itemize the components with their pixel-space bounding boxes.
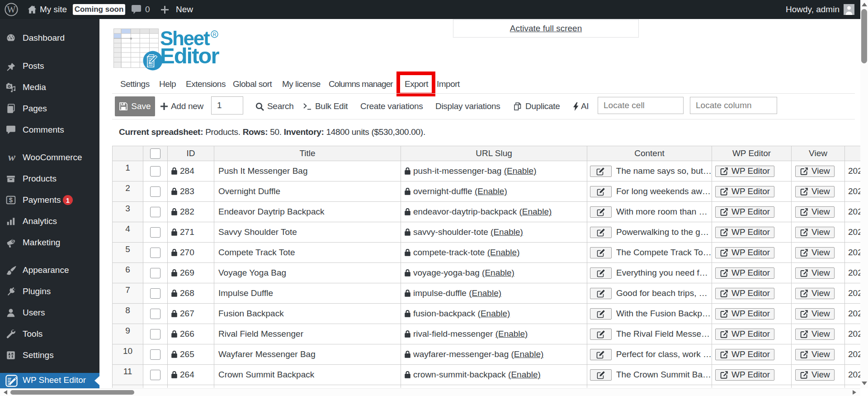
svg-text:$: $: [9, 196, 13, 204]
svg-text:w: w: [8, 153, 16, 162]
svg-text:R: R: [213, 32, 217, 37]
svg-text:W: W: [7, 5, 16, 14]
